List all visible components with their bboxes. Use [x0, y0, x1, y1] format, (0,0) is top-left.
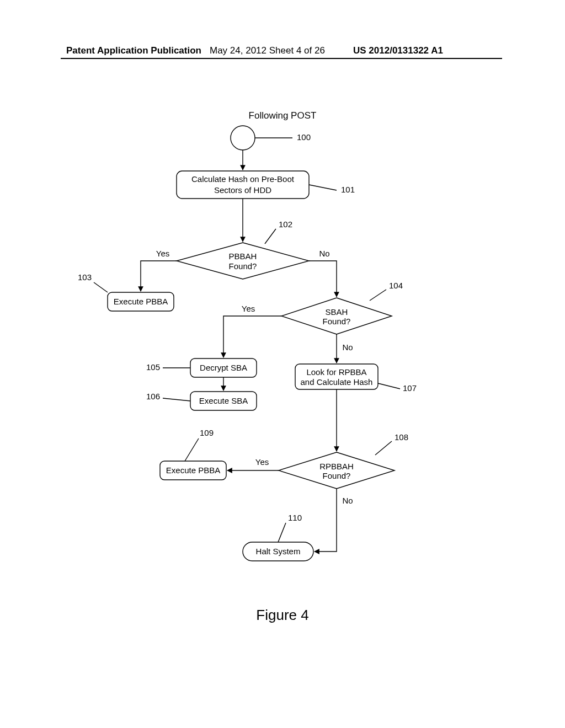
box-101-line1: Calculate Hash on Pre-Boot	[191, 174, 295, 184]
edge-108-110	[315, 489, 337, 552]
start-node	[231, 126, 255, 150]
edge-102-yes-label: Yes	[156, 249, 169, 258]
dec-102-line2: Found?	[229, 261, 257, 271]
box-109-text: Execute PBBA	[166, 465, 220, 475]
edge-104-yes-label: Yes	[242, 304, 255, 313]
leader-110	[278, 523, 286, 542]
label-106: 106	[146, 392, 160, 401]
leader-106	[163, 398, 190, 401]
leader-109	[185, 438, 199, 461]
header-rule	[61, 58, 502, 59]
box-106-text: Execute SBA	[199, 396, 248, 405]
header-date-sheet: May 24, 2012 Sheet 4 of 26	[210, 45, 325, 56]
label-105: 105	[146, 362, 160, 372]
box-101-line2: Sectors of HDD	[214, 185, 271, 195]
dec-102-line1: PBBAH	[229, 251, 257, 261]
header-publication: Patent Application Publication	[66, 45, 201, 56]
box-107-line2: and Calculate Hash	[301, 377, 373, 387]
box-107-line1: Look for RPBBA	[306, 367, 366, 377]
label-100: 100	[297, 132, 311, 142]
leader-107	[378, 383, 400, 389]
label-109: 109	[200, 428, 214, 437]
diagram-title: Following POST	[0, 110, 565, 121]
header-patent-number: US 2012/0131322 A1	[353, 45, 443, 56]
box-105-text: Decrypt SBA	[200, 363, 247, 372]
leader-102	[265, 229, 276, 244]
edge-104-no-label: No	[342, 342, 353, 352]
box-103-text: Execute PBBA	[114, 297, 168, 306]
leader-101	[309, 185, 337, 190]
leader-104	[370, 290, 386, 301]
label-103: 103	[78, 272, 92, 282]
label-107: 107	[403, 383, 417, 393]
dec-108-line1: RPBBAH	[319, 462, 354, 471]
flowchart: 100 Calculate Hash on Pre-Boot Sectors o…	[77, 121, 486, 590]
dec-104-line1: SBAH	[326, 307, 348, 317]
label-110: 110	[288, 513, 302, 522]
edge-102-103	[141, 261, 177, 291]
leader-103	[94, 282, 108, 292]
label-104: 104	[389, 281, 403, 290]
edge-102-no-label: No	[319, 249, 329, 258]
box-110-text: Halt System	[256, 547, 301, 556]
edge-108-yes-label: Yes	[255, 457, 269, 467]
label-102: 102	[279, 220, 292, 229]
label-101: 101	[341, 185, 355, 194]
edge-102-104	[309, 261, 337, 297]
dec-108-line2: Found?	[323, 471, 351, 480]
edge-104-105	[223, 316, 281, 357]
edge-108-no-label: No	[342, 496, 353, 505]
label-108: 108	[395, 432, 408, 442]
dec-104-line2: Found?	[323, 317, 351, 326]
leader-108	[375, 441, 392, 455]
figure-caption: Figure 4	[0, 607, 565, 624]
